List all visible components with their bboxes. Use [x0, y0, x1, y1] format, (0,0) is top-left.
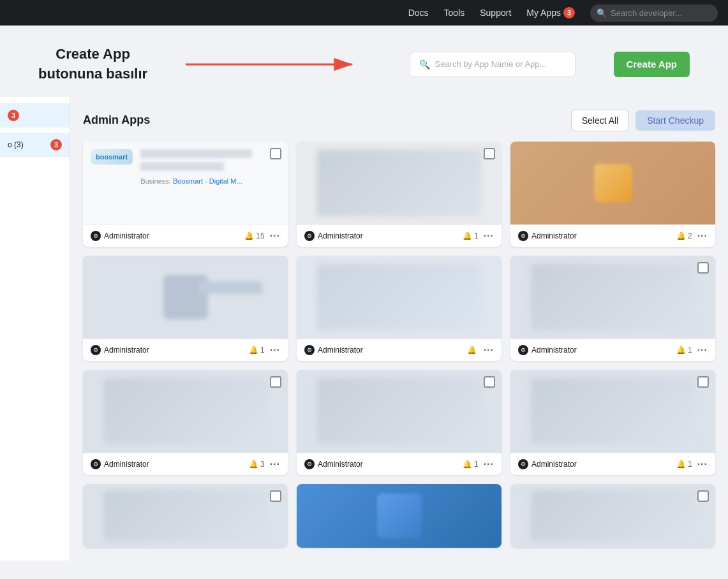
blurred-content: [531, 378, 695, 444]
card-6-preview: [83, 370, 288, 453]
card-2-actions: 🔔 2 ···: [676, 230, 708, 242]
bell-icon: 🔔: [249, 460, 258, 469]
card-1-footer: ⚙ Administrator 🔔 1 ···: [297, 224, 501, 247]
card-6-checkbox[interactable]: [270, 376, 281, 388]
card-1-checkbox[interactable]: [484, 148, 495, 159]
blurred-content: [317, 150, 481, 216]
blurred-content: [103, 490, 267, 541]
card-2-footer: ⚙ Administrator 🔔 2 ···: [510, 224, 715, 247]
app-card-6: ⚙ Administrator 🔔 3 ···: [83, 370, 288, 475]
card-10-preview: [297, 484, 501, 548]
start-checkup-button[interactable]: Start Checkup: [635, 110, 715, 131]
myapps-link[interactable]: My Apps: [526, 8, 561, 18]
card-6-more-button[interactable]: ···: [270, 458, 280, 470]
card-7-role: ⚙ Administrator: [304, 459, 363, 469]
card-5-checkbox[interactable]: [697, 262, 709, 274]
card-1-more-button[interactable]: ···: [484, 230, 494, 242]
content-area: 3 o (3) 3 Admin Apps Select All Start Ch…: [0, 97, 728, 561]
card-9-preview: [83, 484, 288, 548]
card-6-actions: 🔔 3 ···: [249, 458, 280, 470]
sidebar-item-2[interactable]: o (3) 3: [0, 133, 70, 157]
card-11-checkbox[interactable]: [697, 490, 709, 502]
myapps-nav[interactable]: My Apps 3: [526, 7, 575, 18]
card-4-actions: 🔔 ···: [467, 344, 494, 356]
support-link[interactable]: Support: [480, 8, 511, 18]
search-input[interactable]: [590, 4, 718, 22]
card-10-image: [377, 494, 422, 538]
card-4-more-button[interactable]: ···: [484, 344, 494, 356]
card-3-more-button[interactable]: ···: [270, 344, 280, 356]
blurred-content: [317, 378, 481, 444]
card-7-footer: ⚙ Administrator 🔔 1 ···: [297, 453, 501, 475]
card-4-role: ⚙ Administrator: [304, 345, 363, 355]
card-2-image: [594, 164, 632, 202]
card-0-checkbox[interactable]: [270, 148, 281, 159]
card-8-checkbox[interactable]: [697, 376, 709, 388]
card-4-notifications[interactable]: 🔔: [467, 346, 479, 355]
blurred-content: [531, 490, 695, 541]
main-content: Admin Apps Select All Start Checkup boos…: [70, 97, 728, 561]
admin-icon: ⚙: [91, 345, 101, 355]
annotation-text: Create App butonuna basılır: [38, 45, 147, 84]
card-8-more-button[interactable]: ···: [697, 458, 708, 470]
card-1-notifications[interactable]: 🔔 1: [463, 231, 479, 240]
card-6-notifications[interactable]: 🔔 3: [249, 460, 265, 469]
select-all-button[interactable]: Select All: [571, 110, 630, 131]
app-card-3: ⚙ Administrator 🔔 1 ···: [83, 256, 288, 361]
admin-icon: ⚙: [91, 459, 101, 469]
card-0-more-button[interactable]: ···: [270, 230, 280, 242]
admin-apps-title: Admin Apps: [83, 114, 150, 127]
sidebar-item-1[interactable]: 3: [0, 103, 70, 128]
card-0-actions: 🔔 15 ···: [244, 230, 280, 242]
blurred-bar: [140, 149, 252, 158]
card-3-notifications[interactable]: 🔔 1: [249, 346, 265, 355]
card-8-notifications[interactable]: 🔔 1: [676, 460, 692, 469]
card-0-notifications[interactable]: 🔔 15: [244, 231, 264, 240]
top-navigation: Docs Tools Support My Apps 3 🔍: [0, 0, 728, 26]
card-8-actions: 🔔 1 ···: [676, 458, 708, 470]
app-card-0: boosmart Business: Boosmart - Digital M.…: [83, 142, 288, 247]
boosmart-logo: boosmart: [91, 149, 133, 165]
card-1-actions: 🔔 1 ···: [463, 230, 494, 242]
card-0-role: ⚙ Administrator: [91, 231, 149, 241]
create-app-button[interactable]: Create App: [614, 52, 690, 77]
app-card-10: [297, 484, 501, 548]
card-7-notifications[interactable]: 🔔 1: [463, 460, 479, 469]
app-card-2: ⚙ Administrator 🔔 2 ···: [510, 142, 715, 247]
sidebar-item-2-badge: 3: [50, 139, 62, 150]
card-5-more-button[interactable]: ···: [697, 344, 708, 356]
card-7-preview: [297, 370, 501, 453]
card-7-checkbox[interactable]: [484, 376, 495, 388]
docs-link[interactable]: Docs: [408, 8, 429, 18]
card-8-footer: ⚙ Administrator 🔔 1 ···: [510, 453, 715, 475]
admin-icon: ⚙: [518, 345, 528, 355]
blurred-bar: [140, 162, 224, 171]
tools-link[interactable]: Tools: [444, 8, 465, 18]
sidebar-item-2-label: o (3): [8, 140, 24, 149]
app-card-9: [83, 484, 288, 548]
admin-icon: ⚙: [304, 345, 315, 355]
card-8-role: ⚙ Administrator: [518, 459, 577, 469]
blurred-content: [531, 264, 695, 330]
card-2-role: ⚙ Administrator: [518, 231, 577, 241]
card-3-footer: ⚙ Administrator 🔔 1 ···: [83, 339, 288, 361]
arrow-area: [186, 52, 371, 77]
card-3-role: ⚙ Administrator: [91, 345, 149, 355]
app-search-bar[interactable]: 🔍 Search by App Name or App...: [410, 52, 576, 77]
admin-icon: ⚙: [518, 231, 528, 241]
card-7-more-button[interactable]: ···: [484, 458, 494, 470]
blurred-content: [317, 264, 481, 330]
app-card-7: ⚙ Administrator 🔔 1 ···: [297, 370, 501, 475]
card-5-footer: ⚙ Administrator 🔔 1 ···: [510, 339, 715, 361]
app-card-8: ⚙ Administrator 🔔 1 ···: [510, 370, 715, 475]
card-0-footer: ⚙ Administrator 🔔 15 ···: [83, 224, 288, 247]
card-7-actions: 🔔 1 ···: [463, 458, 494, 470]
red-arrow-svg: [186, 52, 371, 77]
card-9-checkbox[interactable]: [270, 490, 281, 502]
admin-icon: ⚙: [91, 231, 101, 241]
card-2-notifications[interactable]: 🔔 2: [676, 231, 692, 240]
card-2-more-button[interactable]: ···: [697, 230, 708, 242]
business-text: Business: Boosmart - Digital M...: [140, 177, 280, 185]
search-icon-demo: 🔍: [419, 59, 430, 70]
card-5-notifications[interactable]: 🔔 1: [676, 346, 692, 355]
